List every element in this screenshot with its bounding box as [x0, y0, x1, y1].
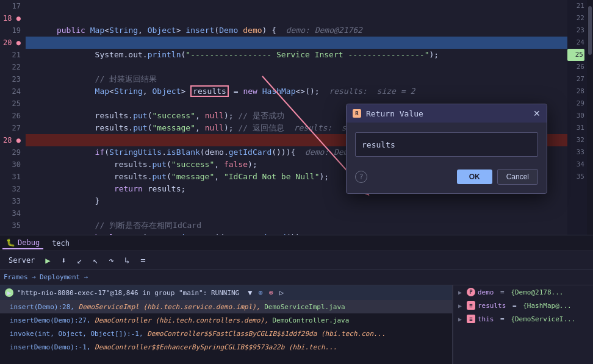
code-line-18: public Map<String, Object> insert(Demo d… [26, 12, 567, 24]
var-results: ▶ ≡ results = {HashMap@... [453, 299, 593, 312]
debug-panel: 🐛 Debug tech Server ▶ ⬇ ↙ ↖ ↷ ↳ = Frames… [0, 235, 593, 364]
ln-20: 20 ● [0, 37, 26, 49]
ln-31: 31 [0, 171, 26, 183]
debug-tab-tech[interactable]: tech [48, 238, 73, 249]
cancel-button[interactable]: Cancel [497, 169, 538, 185]
dialog-footer: ? OK Cancel [347, 164, 547, 193]
thread-play-button[interactable]: ▷ [279, 288, 284, 297]
step-over-button[interactable]: ⬇ [57, 254, 70, 267]
thread-line: ▶ "http-nio-8080-exec-17"@18,846 in grou… [0, 285, 452, 300]
debug-tab-debug[interactable]: 🐛 Debug [2, 237, 43, 249]
debug-tabs: 🐛 Debug tech [0, 235, 593, 251]
dialog-close-button[interactable]: ✕ [533, 109, 541, 118]
deployment-button[interactable]: Deployment → [40, 273, 88, 281]
code-line-21 [26, 49, 567, 61]
stack-item-2[interactable]: invoke(int, Object, Object[]):-1, DemoCo… [0, 327, 452, 340]
var-demo: ▶ P demo = {Demo@2178... [453, 285, 593, 299]
call-stack: ▶ "http-nio-8080-exec-17"@18,846 in grou… [0, 285, 453, 364]
var-this: ▶ ≡ this = {DemoServiceI... [453, 312, 593, 326]
scroll-thumb[interactable] [588, 6, 592, 55]
thread-stop-button[interactable]: ⊗ [269, 288, 273, 297]
ln-28: 28 ● [0, 134, 26, 146]
ln-19: 19 [0, 24, 26, 37]
ln-30: 30 [0, 159, 26, 171]
thread-info: "http-nio-8080-exec-17"@18,846 in group … [17, 289, 239, 297]
ln-25: 25 [0, 98, 26, 110]
code-line-34: // 判断是否存在相同IdCard [26, 207, 567, 219]
debug-tab-label: Debug [18, 238, 40, 247]
ln-35: 35 [0, 219, 26, 232]
ln-23: 23 [0, 73, 26, 85]
debug-toolbar: Server ▶ ⬇ ↙ ↖ ↷ ↳ = [0, 251, 593, 269]
ln-18: 18 ● [0, 12, 26, 24]
var-demo-icon: P [467, 288, 475, 296]
dialog-title-bar: R Return Value ✕ [347, 104, 547, 123]
code-line-24 [26, 85, 567, 98]
dialog-icon: R [353, 109, 361, 118]
stack-item-3[interactable]: insertDemo(Demo):-1, DemoController$$Enh… [0, 340, 452, 354]
deployment-label: Deployment → [40, 273, 88, 281]
help-icon[interactable]: ? [355, 171, 367, 183]
var-results-icon: ≡ [467, 301, 475, 310]
dialog-title-text: Return Value [366, 109, 528, 118]
code-line-19 [26, 24, 567, 37]
code-line-20: System.out.println("----------------- Se… [26, 37, 567, 49]
stack-item-1[interactable]: insertDemo(Demo):27, DemoController (hbi… [0, 313, 452, 327]
return-value-dialog: R Return Value ✕ ? OK Cancel [346, 104, 547, 194]
step-into-button[interactable]: ↙ [73, 254, 86, 267]
thread-filter-button[interactable]: ⊕ [258, 288, 262, 297]
code-line-35: boolean exist = existDemo(demo.getIdCard… [26, 219, 567, 232]
stack-item-0[interactable]: insert(Demo):28, DemoServiceImpl (hbi.te… [0, 300, 452, 313]
dialog-body [347, 123, 547, 164]
debug-icon: 🐛 [6, 238, 15, 247]
debug-frames-bar: Frames → Deployment → [0, 269, 593, 285]
run-to-cursor-button[interactable]: ↷ [104, 254, 118, 267]
var-this-icon: ≡ [467, 315, 475, 323]
code-line-33 [26, 195, 567, 207]
right-num-gutter: 21 22 23 24 25 26 27 28 29 30 31 32 33 3… [567, 0, 587, 235]
variables-panel: ▶ P demo = {Demo@2178... ▶ ≡ results = {… [453, 285, 593, 364]
frames-label: Frames → [4, 273, 36, 281]
ln-29: 29 [0, 146, 26, 159]
code-line-22: // 封装返回结果 [26, 61, 567, 73]
server-label[interactable]: Server [5, 256, 38, 265]
tech-tab-label: tech [52, 239, 70, 248]
ln-33: 33 [0, 195, 26, 207]
thread-dropdown[interactable]: ▼ [248, 288, 252, 297]
ln-32: 32 [0, 183, 26, 195]
return-value-input[interactable] [355, 132, 538, 157]
step-out-button[interactable]: ↖ [88, 254, 102, 267]
ok-button[interactable]: OK [457, 170, 492, 184]
ln-24: 24 [0, 85, 26, 98]
evaluate-button[interactable]: = [136, 254, 149, 267]
editor-scrollbar[interactable] [587, 0, 593, 235]
ln-34: 34 [0, 207, 26, 219]
code-line-17 [26, 0, 567, 12]
frames-button[interactable]: Frames → [4, 273, 36, 281]
step-over-line-button[interactable]: ↳ [120, 254, 134, 267]
ln-26: 26 [0, 110, 26, 122]
ln-22: 22 [0, 61, 26, 73]
debug-main: ▶ "http-nio-8080-exec-17"@18,846 in grou… [0, 285, 593, 364]
ln-27: 27 [0, 122, 26, 134]
ln-17: 17 [0, 0, 26, 12]
ln-21: 21 [0, 49, 26, 61]
resume-button[interactable]: ▶ [41, 254, 54, 267]
thread-resume-button[interactable]: ▶ [5, 288, 13, 297]
line-numbers: 17 18 ● 19 20 ● 21 22 23 24 25 26 27 28 … [0, 0, 26, 235]
code-line-23: Map<String, Object> results = new HashMa… [26, 73, 567, 85]
